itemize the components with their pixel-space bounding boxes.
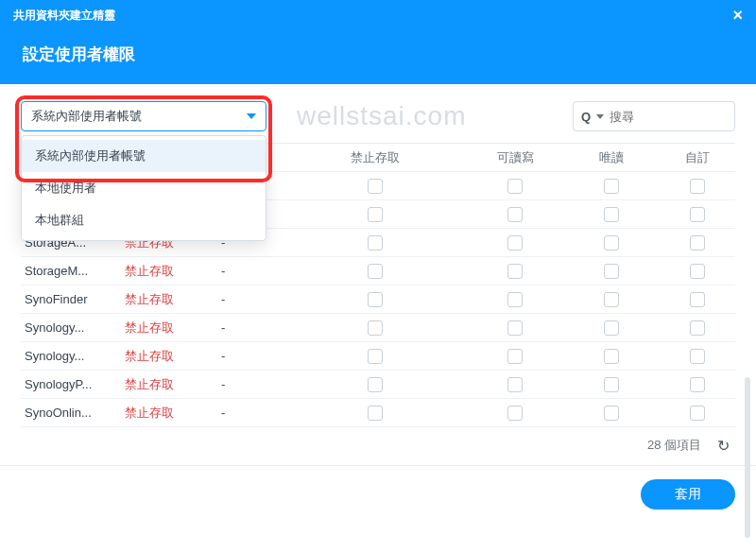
- watermark-text: wellstsai.com: [297, 101, 466, 131]
- table-row: Synology...禁止存取-: [21, 342, 735, 371]
- apply-button[interactable]: 套用: [641, 479, 735, 510]
- cell-permission: 禁止存取: [125, 405, 204, 422]
- search-caret-icon: [596, 114, 604, 119]
- cell-permission: 禁止存取: [125, 263, 204, 280]
- search-input[interactable]: [610, 110, 756, 124]
- checkbox-readwrite[interactable]: [507, 179, 523, 194]
- controls-row: 系統內部使用者帳號 系統內部使用者帳號 本地使用者 本地群組 wellstsai…: [21, 101, 735, 131]
- checkbox-readonly[interactable]: [604, 349, 619, 364]
- user-type-dropdown-menu: 系統內部使用者帳號 本地使用者 本地群組: [21, 135, 266, 241]
- checkbox-readonly[interactable]: [604, 292, 619, 307]
- cell-permission: 禁止存取: [125, 291, 204, 308]
- checkbox-noaccess[interactable]: [368, 349, 383, 364]
- checkbox-custom[interactable]: [690, 179, 705, 194]
- checkbox-noaccess[interactable]: [368, 179, 383, 194]
- search-icon: Q: [581, 110, 591, 124]
- col-readonly: 唯讀: [563, 149, 660, 166]
- cell-inherit: -: [204, 292, 284, 306]
- search-box[interactable]: Q: [573, 101, 735, 131]
- checkbox-noaccess[interactable]: [368, 292, 383, 307]
- checkbox-readonly[interactable]: [604, 235, 619, 251]
- checkbox-readwrite[interactable]: [507, 235, 523, 251]
- cell-name: SynoFinder: [21, 292, 125, 306]
- cell-permission: 禁止存取: [125, 320, 204, 337]
- chevron-down-icon: [247, 113, 256, 119]
- dropdown-option-local-user[interactable]: 本地使用者: [22, 172, 266, 204]
- table-row: Synology...禁止存取-: [21, 314, 735, 342]
- cell-name: SynoOnlin...: [21, 406, 125, 420]
- item-count: 28 個項目: [647, 437, 701, 454]
- cell-inherit: -: [204, 349, 284, 363]
- checkbox-readwrite[interactable]: [507, 377, 523, 392]
- checkbox-readonly[interactable]: [604, 320, 619, 336]
- checkbox-noaccess[interactable]: [368, 406, 383, 421]
- divider: [0, 465, 756, 466]
- action-bar: 套用: [0, 466, 756, 523]
- checkbox-custom[interactable]: [690, 406, 705, 421]
- close-icon[interactable]: ×: [732, 6, 743, 26]
- cell-inherit: -: [204, 320, 284, 335]
- table-footer: 28 個項目 ↻: [21, 427, 735, 459]
- cell-name: StorageM...: [21, 264, 125, 278]
- wizard-titlebar: 共用資料夾建立精靈 ×: [0, 0, 756, 30]
- table-row: SynoOnlin...禁止存取-: [21, 399, 735, 427]
- checkbox-custom[interactable]: [690, 235, 705, 251]
- cell-permission: 禁止存取: [125, 348, 204, 365]
- checkbox-readonly[interactable]: [604, 179, 619, 194]
- page-title: 設定使用者權限: [0, 30, 756, 84]
- body: 系統內部使用者帳號 系統內部使用者帳號 本地使用者 本地群組 wellstsai…: [0, 84, 756, 466]
- dropdown-option-internal[interactable]: 系統內部使用者帳號: [22, 140, 266, 172]
- user-type-dropdown[interactable]: 系統內部使用者帳號: [21, 101, 266, 131]
- cell-permission: 禁止存取: [125, 376, 204, 393]
- checkbox-custom[interactable]: [690, 292, 705, 307]
- user-type-dropdown-wrap: 系統內部使用者帳號 系統內部使用者帳號 本地使用者 本地群組: [21, 101, 266, 131]
- checkbox-noaccess[interactable]: [368, 377, 383, 392]
- cell-inherit: -: [204, 264, 284, 278]
- checkbox-readwrite[interactable]: [507, 264, 523, 279]
- wizard-title: 共用資料夾建立精靈: [13, 8, 115, 24]
- dropdown-selected-label: 系統內部使用者帳號: [31, 108, 142, 125]
- cell-inherit: -: [204, 406, 284, 420]
- checkbox-readwrite[interactable]: [507, 406, 523, 421]
- checkbox-custom[interactable]: [690, 320, 705, 336]
- col-noaccess: 禁止存取: [284, 149, 467, 166]
- col-custom: 自訂: [660, 149, 735, 166]
- table-row: SynoFinder禁止存取-: [21, 285, 735, 314]
- checkbox-custom[interactable]: [690, 349, 705, 364]
- cell-name: Synology...: [21, 320, 125, 335]
- checkbox-readonly[interactable]: [604, 264, 619, 279]
- table-row: StorageM...禁止存取-: [21, 257, 735, 285]
- checkbox-noaccess[interactable]: [368, 207, 383, 222]
- checkbox-readwrite[interactable]: [507, 292, 523, 307]
- checkbox-custom[interactable]: [690, 377, 705, 392]
- checkbox-custom[interactable]: [690, 207, 705, 222]
- checkbox-readwrite[interactable]: [507, 320, 523, 336]
- scrollbar[interactable]: [745, 377, 750, 538]
- checkbox-readonly[interactable]: [604, 406, 619, 421]
- checkbox-custom[interactable]: [690, 264, 705, 279]
- checkbox-readwrite[interactable]: [507, 207, 523, 222]
- col-readwrite: 可讀寫: [467, 149, 563, 166]
- checkbox-noaccess[interactable]: [368, 264, 383, 279]
- checkbox-readonly[interactable]: [604, 207, 619, 222]
- cell-name: Synology...: [21, 349, 125, 363]
- checkbox-noaccess[interactable]: [368, 320, 383, 336]
- refresh-icon[interactable]: ↻: [714, 437, 731, 454]
- dropdown-option-local-group[interactable]: 本地群組: [22, 204, 266, 236]
- table-row: SynologyP...禁止存取-: [21, 371, 735, 399]
- checkbox-readonly[interactable]: [604, 377, 619, 392]
- checkbox-noaccess[interactable]: [368, 235, 383, 251]
- cell-name: SynologyP...: [21, 377, 125, 391]
- checkbox-readwrite[interactable]: [507, 349, 523, 364]
- cell-inherit: -: [204, 377, 284, 391]
